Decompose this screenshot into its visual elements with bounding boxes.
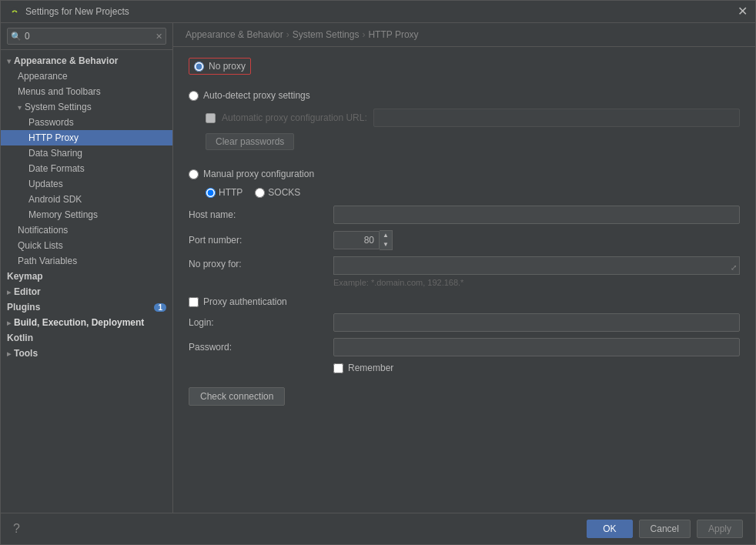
sidebar-item-editor[interactable]: Editor <box>1 284 172 299</box>
sidebar-item-date-formats[interactable]: Date Formats <box>1 161 172 176</box>
port-number-row: Port number: ▲ ▼ <box>189 230 740 250</box>
auto-config-checkbox[interactable] <box>206 113 216 123</box>
sidebar-label: Data Sharing <box>28 148 82 159</box>
sidebar-label: Appearance & Behavior <box>14 55 118 66</box>
svg-point-2 <box>15 11 17 12</box>
cancel-button[interactable]: Cancel <box>639 520 691 538</box>
sidebar-label: Plugins <box>7 302 40 313</box>
sidebar-item-system-settings[interactable]: System Settings <box>1 99 172 115</box>
breadcrumb-sep-2: › <box>362 29 365 40</box>
titlebar: Settings for New Projects ✕ <box>1 1 755 23</box>
proxy-auth-label[interactable]: Proxy authentication <box>203 296 287 307</box>
clear-passwords-button[interactable]: Clear passwords <box>206 133 294 150</box>
sidebar-label: System Settings <box>25 102 92 112</box>
host-name-input[interactable] <box>333 206 740 224</box>
expand-icon[interactable]: ⤢ <box>731 263 737 272</box>
search-input[interactable] <box>7 28 166 45</box>
proxy-settings-panel: No proxy Auto-detect proxy settings Auto… <box>173 47 755 513</box>
manual-proxy-label[interactable]: Manual proxy configuration <box>203 169 314 179</box>
sidebar-label: Appearance <box>18 71 68 82</box>
sidebar-item-notifications[interactable]: Notifications <box>1 222 172 238</box>
remember-checkbox[interactable] <box>333 363 343 373</box>
http-radio-pair: HTTP <box>206 187 243 198</box>
sidebar-item-passwords[interactable]: Passwords <box>1 115 172 130</box>
search-box: 🔍 ✕ <box>1 23 172 50</box>
auto-config-url-input[interactable] <box>373 109 740 127</box>
http-radio[interactable] <box>206 188 216 198</box>
sidebar-item-kotlin[interactable]: Kotlin <box>1 330 172 346</box>
no-proxy-option-row: No proxy <box>189 58 740 82</box>
remember-label[interactable]: Remember <box>348 363 393 373</box>
search-wrapper: 🔍 ✕ <box>7 28 166 45</box>
svg-point-1 <box>12 11 14 12</box>
sidebar-item-build[interactable]: Build, Execution, Deployment <box>1 315 172 330</box>
sidebar-tree: Appearance & Behavior Appearance Menus a… <box>1 50 172 513</box>
password-row: Password: <box>189 338 740 356</box>
proxy-auth-checkbox[interactable] <box>189 297 199 307</box>
auto-proxy-config-row: Automatic proxy configuration URL: <box>189 109 740 127</box>
no-proxy-for-wrapper: ⤢ <box>333 256 740 275</box>
sidebar-label: Menus and Toolbars <box>18 86 101 97</box>
remember-row: Remember <box>189 363 740 373</box>
manual-proxy-option-row: Manual proxy configuration <box>189 169 740 179</box>
sidebar: 🔍 ✕ Appearance & Behavior Appearance Men… <box>1 23 173 513</box>
breadcrumb-sep-1: › <box>286 29 289 40</box>
port-number-label: Port number: <box>189 235 327 246</box>
sidebar-item-android-sdk[interactable]: Android SDK <box>1 192 172 207</box>
sidebar-label: Keymap <box>7 271 43 282</box>
auto-detect-radio[interactable] <box>189 91 199 101</box>
sidebar-item-path-variables[interactable]: Path Variables <box>1 253 172 269</box>
auto-config-label: Automatic proxy configuration URL: <box>222 112 367 123</box>
login-row: Login: <box>189 313 740 332</box>
port-number-input[interactable] <box>333 231 380 249</box>
host-name-label: Host name: <box>189 209 327 220</box>
check-connection-button[interactable]: Check connection <box>189 387 285 406</box>
sidebar-item-plugins[interactable]: Plugins 1 <box>1 299 172 315</box>
sidebar-item-keymap[interactable]: Keymap <box>1 269 172 284</box>
sidebar-label: Memory Settings <box>28 209 98 220</box>
sidebar-item-updates[interactable]: Updates <box>1 176 172 192</box>
sidebar-item-data-sharing[interactable]: Data Sharing <box>1 145 172 161</box>
port-spinner: ▲ ▼ <box>333 230 393 250</box>
manual-proxy-radio[interactable] <box>189 169 199 179</box>
footer-buttons: OK Cancel Apply <box>587 520 743 538</box>
arrow-icon <box>7 349 11 358</box>
sidebar-label: Path Variables <box>18 256 77 266</box>
titlebar-left: Settings for New Projects <box>8 5 129 18</box>
auto-detect-label[interactable]: Auto-detect proxy settings <box>203 90 310 101</box>
sidebar-item-appearance[interactable]: Appearance <box>1 69 172 84</box>
no-proxy-radio[interactable] <box>194 62 204 72</box>
arrow-icon <box>7 288 11 296</box>
apply-button[interactable]: Apply <box>697 520 743 538</box>
footer: ? OK Cancel Apply <box>1 513 755 544</box>
sidebar-item-appearance-behavior[interactable]: Appearance & Behavior <box>1 53 172 69</box>
sidebar-label: Date Formats <box>28 163 85 174</box>
sidebar-item-menus-toolbars[interactable]: Menus and Toolbars <box>1 84 172 99</box>
password-input[interactable] <box>333 338 740 356</box>
auto-detect-option-row: Auto-detect proxy settings <box>189 90 740 101</box>
sidebar-label: Updates <box>28 179 63 189</box>
sidebar-item-memory-settings[interactable]: Memory Settings <box>1 207 172 222</box>
socks-label[interactable]: SOCKS <box>268 187 300 198</box>
sidebar-label: Passwords <box>28 117 74 128</box>
clear-search-icon[interactable]: ✕ <box>156 32 162 42</box>
sidebar-label: Build, Execution, Deployment <box>14 317 144 328</box>
login-label: Login: <box>189 317 327 328</box>
no-proxy-label[interactable]: No proxy <box>189 58 251 75</box>
socks-radio[interactable] <box>255 188 265 198</box>
help-button[interactable]: ? <box>13 522 20 536</box>
port-increment-button[interactable]: ▲ <box>380 231 392 240</box>
http-socks-row: HTTP SOCKS <box>189 187 740 198</box>
ok-button[interactable]: OK <box>587 520 632 538</box>
sidebar-item-http-proxy[interactable]: HTTP Proxy <box>1 130 172 145</box>
settings-window: Settings for New Projects ✕ 🔍 ✕ Appearan… <box>0 0 756 545</box>
arrow-icon <box>18 103 22 112</box>
main-content: 🔍 ✕ Appearance & Behavior Appearance Men… <box>1 23 755 513</box>
sidebar-item-quick-lists[interactable]: Quick Lists <box>1 238 172 253</box>
login-input[interactable] <box>333 313 740 332</box>
close-button[interactable]: ✕ <box>738 5 748 18</box>
http-label[interactable]: HTTP <box>219 187 243 198</box>
port-decrement-button[interactable]: ▼ <box>380 240 392 249</box>
sidebar-item-tools[interactable]: Tools <box>1 346 172 361</box>
no-proxy-for-input[interactable] <box>333 256 740 275</box>
